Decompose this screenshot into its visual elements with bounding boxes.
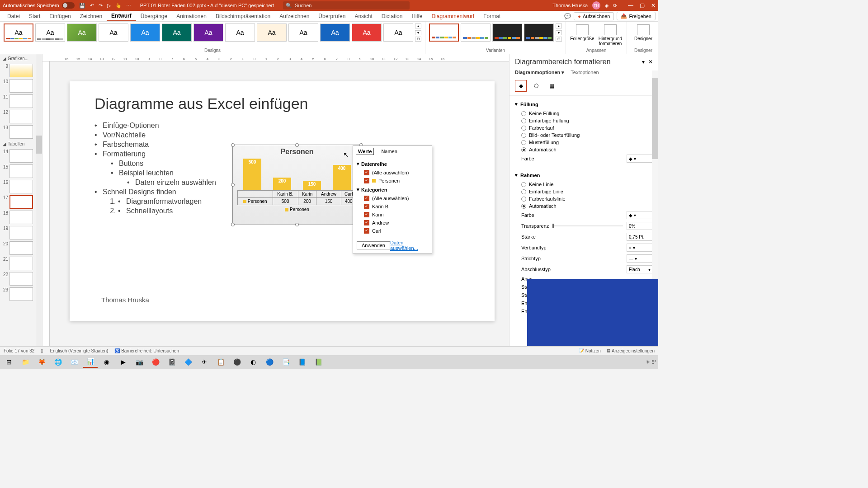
app-icon-6[interactable]: ◐	[246, 356, 260, 368]
design-theme-8[interactable]: Aa	[225, 23, 255, 42]
designs-expand[interactable]: ▴▾⊟	[415, 23, 421, 42]
slide-thumb-15[interactable]: 15	[2, 164, 34, 178]
bullet-2[interactable]: Vor/Nachteile	[94, 131, 470, 139]
select-data-link[interactable]: Daten auswählen...	[390, 240, 428, 251]
app-icon-8[interactable]: 📑	[278, 356, 293, 368]
variant-1[interactable]	[429, 23, 459, 42]
chart-bar-2[interactable]: 200	[273, 178, 291, 190]
fill-picture[interactable]: Bild- oder Texturfüllung	[515, 131, 653, 139]
resize-handle[interactable]	[295, 143, 299, 147]
weather-widget[interactable]: ☀ 5°	[646, 359, 656, 365]
chart-bar-3[interactable]: 150	[303, 181, 321, 190]
tab-format[interactable]: Format	[479, 12, 505, 21]
slide-thumb-19[interactable]: 19	[2, 226, 34, 239]
bullet-1[interactable]: Einfüge-Optionen	[94, 122, 470, 130]
close-pane-icon[interactable]: ✕	[648, 59, 653, 65]
save-icon[interactable]: 💾	[79, 3, 85, 9]
slide-size-button[interactable]: Foliengröße	[570, 24, 595, 41]
minimize-icon[interactable]: —	[628, 2, 633, 9]
start-button[interactable]: ⊞	[2, 356, 16, 368]
chart-plot-area[interactable]: 500 200 150 400	[233, 159, 361, 190]
undo-icon[interactable]: ↶	[90, 3, 94, 9]
search-input[interactable]	[295, 3, 407, 8]
tab-datei[interactable]: Datei	[3, 12, 24, 21]
resize-handle[interactable]	[231, 183, 235, 187]
cap-picker[interactable]: Flach ▾	[627, 265, 653, 273]
chart-legend[interactable]: Personen	[233, 205, 361, 214]
fill-gradient[interactable]: Farbverlauf	[515, 124, 653, 131]
slide-thumb-23[interactable]: 23	[2, 287, 34, 301]
design-theme-11[interactable]: Aa	[320, 23, 350, 42]
design-theme-4[interactable]: Aa	[99, 23, 128, 42]
app-icon-9[interactable]: 📘	[295, 356, 309, 368]
outlook-icon[interactable]: 📧	[67, 356, 81, 368]
border-section-header[interactable]: ▾ Rahmen	[515, 172, 653, 178]
slide-thumb-16[interactable]: 16	[2, 180, 34, 193]
fill-auto[interactable]: Automatisch	[515, 146, 653, 153]
fill-none[interactable]: Keine Füllung	[515, 110, 653, 117]
text-options-tab[interactable]: Textoptionen	[571, 70, 599, 75]
border-gradient[interactable]: Farbverlaufslinie	[515, 195, 653, 202]
slide-author[interactable]: Thomas Hruska	[101, 296, 149, 304]
dropdown-icon[interactable]: ▾	[642, 59, 645, 65]
slide-thumb-21[interactable]: 21	[2, 257, 34, 270]
app-icon-7[interactable]: 🔵	[262, 356, 277, 368]
fill-color-picker[interactable]: ◆ ▾	[627, 155, 653, 163]
filter-cat-andrew[interactable]: Andrew	[357, 219, 428, 227]
fill-pattern[interactable]: Musterfüllung	[515, 139, 653, 146]
filter-cat-karin[interactable]: Karin	[357, 211, 428, 219]
start-from-beginning-icon[interactable]: ▷	[107, 3, 111, 9]
sync-icon[interactable]: ⟳	[613, 3, 617, 9]
chart-options-tab[interactable]: Diagrammoptionen ▾	[515, 70, 564, 75]
user-name[interactable]: Thomas Hruska	[552, 3, 588, 8]
tab-start[interactable]: Start	[24, 12, 45, 21]
slide-thumb-18[interactable]: 18	[2, 211, 34, 224]
tab-dictation[interactable]: Dictation	[377, 12, 407, 21]
filter-series-header[interactable]: ▾ Datenreihe	[357, 161, 428, 167]
app-icon-4[interactable]: 🔷	[181, 356, 195, 368]
design-theme-3[interactable]: Aa	[67, 23, 97, 42]
redo-icon[interactable]: ↷	[99, 3, 103, 9]
filter-series-personen[interactable]: Personen	[357, 177, 428, 185]
slide-thumb-10[interactable]: 10	[2, 79, 34, 93]
filter-categories-header[interactable]: ▾ Kategorien	[357, 187, 428, 192]
border-none[interactable]: Keine Linie	[515, 181, 653, 188]
explorer-icon[interactable]: 📁	[18, 356, 33, 368]
designer-button[interactable]: Designer	[631, 24, 656, 41]
size-props-icon[interactable]: ▦	[546, 80, 557, 92]
onenote-icon[interactable]: 📓	[165, 356, 179, 368]
filter-series-all[interactable]: (Alle auswählen)	[357, 169, 428, 177]
filter-cat-karinb[interactable]: Karin B.	[357, 202, 428, 211]
design-theme-1[interactable]: Aa	[4, 23, 33, 42]
design-theme-5[interactable]: Aa	[130, 23, 160, 42]
language[interactable]: Englisch (Vereinigte Staaten)	[50, 348, 108, 353]
app-icon-1[interactable]: ◉	[99, 356, 114, 368]
slide-editor[interactable]: 1615141312111098765432101234567891011121…	[42, 54, 509, 346]
design-theme-6[interactable]: Aa	[162, 23, 192, 42]
variant-3[interactable]	[492, 23, 522, 42]
slide-thumb-20[interactable]: 20	[2, 241, 34, 255]
design-theme-7[interactable]: Aa	[193, 23, 223, 42]
tab-ansicht[interactable]: Ansicht	[350, 12, 377, 21]
notes-button[interactable]: 📝 Notizen	[579, 348, 601, 353]
thumbs-scrollbar[interactable]	[36, 54, 42, 346]
record-button[interactable]: ●Aufzeichnen	[574, 12, 614, 20]
slide-thumb-14[interactable]: 14	[2, 149, 34, 163]
slide-title[interactable]: Diagramme aus Excel einfügen	[94, 95, 470, 113]
fill-section-header[interactable]: ▾ Füllung	[515, 101, 653, 107]
search-box[interactable]: 🔍	[283, 1, 410, 9]
slide-thumb-11[interactable]: 11	[2, 94, 34, 108]
share-button[interactable]: 📤Freigeben	[617, 12, 656, 20]
comments-icon[interactable]: 💬	[564, 13, 571, 19]
slide-counter[interactable]: Folie 17 von 32	[4, 348, 34, 353]
width-input[interactable]: 0,75 Pt.	[627, 233, 653, 241]
resize-handle[interactable]	[231, 223, 235, 226]
section-grafiken[interactable]: ◢ Grafiken...	[1, 55, 35, 62]
design-theme-2[interactable]: Aa	[35, 23, 65, 42]
app-icon-5[interactable]: 📋	[213, 356, 228, 368]
tab-animationen[interactable]: Animationen	[172, 12, 211, 21]
slide-thumb-22[interactable]: 22	[2, 272, 34, 286]
slide-thumbnails-panel[interactable]: ◢ Grafiken... 9 10 11 12 13 ◢ Tabellen 1…	[0, 54, 36, 346]
tab-zeichnen[interactable]: Zeichnen	[75, 12, 107, 21]
tab-bildschirmpraesentation[interactable]: Bildschirmpräsentation	[211, 12, 275, 21]
